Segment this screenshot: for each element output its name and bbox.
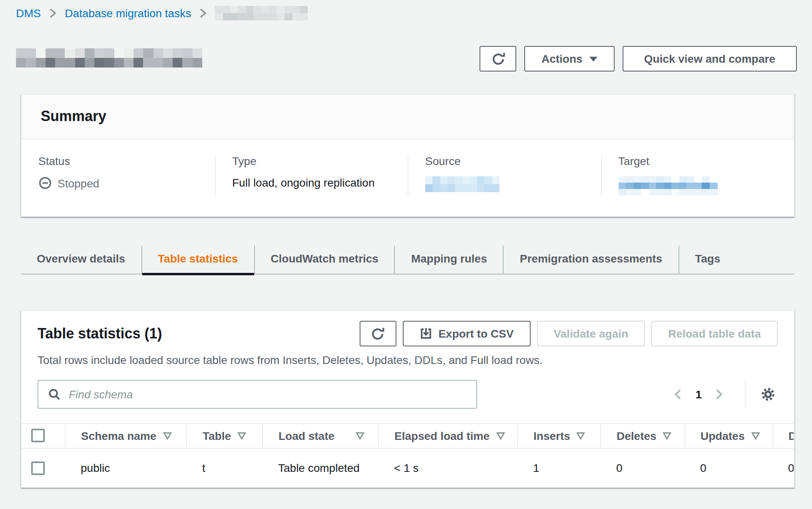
column-header-deletes[interactable]: Deletes <box>600 424 684 448</box>
tab-premigration-assessments[interactable]: Premigration assessments <box>503 246 678 274</box>
tab-bar: Overview details Table statistics CloudW… <box>21 246 794 274</box>
row-checkbox-cell <box>22 448 65 487</box>
page-title-redacted <box>16 48 202 68</box>
select-all-checkbox[interactable] <box>31 429 45 442</box>
column-label: Load state <box>279 429 334 442</box>
sort-icon <box>355 431 364 439</box>
sort-icon <box>577 431 585 439</box>
summary-body: Status Stopped Type Full load, ongoing r… <box>22 139 794 216</box>
actions-button[interactable]: Actions <box>525 46 615 72</box>
breadcrumb-current-redacted <box>215 6 308 20</box>
summary-status-column: Status Stopped <box>22 155 215 195</box>
cell-inserts: 1 <box>517 448 600 487</box>
page-header: Actions Quick view and compare <box>16 34 797 72</box>
export-to-csv-label: Export to CSV <box>438 327 513 340</box>
table-header-row: Schema name Table Load state <box>22 424 794 448</box>
table-statistics-description: Total rows include loaded source table r… <box>38 354 778 366</box>
column-header-inserts[interactable]: Inserts <box>517 424 600 448</box>
summary-type-column: Type Full load, ongoing replication <box>215 155 408 195</box>
table-statistics-card: Table statistics (1) Export to CSV Valid… <box>21 310 794 488</box>
column-header-schema-name[interactable]: Schema name <box>65 424 186 448</box>
table-statistics-actions: Export to CSV Validate again Reload tabl… <box>359 321 778 346</box>
summary-title: Summary <box>41 108 774 125</box>
validate-again-button[interactable]: Validate again <box>537 321 645 346</box>
column-label: Table <box>203 429 231 442</box>
chevron-right-icon <box>49 8 57 18</box>
chevron-left-icon <box>673 388 683 401</box>
tab-overview-details[interactable]: Overview details <box>21 246 141 274</box>
column-label: Schema name <box>81 429 156 442</box>
column-header-updates[interactable]: Updates <box>684 424 772 448</box>
gear-icon <box>760 386 776 402</box>
select-all-checkbox-cell <box>22 424 65 448</box>
column-header-load-state[interactable]: Load state <box>262 424 378 448</box>
cell-updates: 0 <box>684 448 772 487</box>
tab-cloudwatch-metrics[interactable]: CloudWatch metrics <box>254 246 394 274</box>
reload-table-data-button[interactable]: Reload table data <box>651 321 778 346</box>
breadcrumb: DMS Database migration tasks <box>16 6 796 20</box>
status-label: Status <box>38 155 215 167</box>
tab-table-statistics[interactable]: Table statistics <box>141 246 254 274</box>
cell-elapsed-load-time: < 1 s <box>378 448 517 487</box>
stopped-minus-circle-icon <box>38 176 52 190</box>
sort-icon <box>163 431 171 439</box>
column-header-table[interactable]: Table <box>186 424 262 448</box>
chevron-right-icon <box>199 8 207 18</box>
tab-mapping-rules[interactable]: Mapping rules <box>394 246 503 274</box>
column-label: DDLs <box>788 429 794 442</box>
refresh-button[interactable] <box>480 46 517 72</box>
pagination-divider <box>745 380 746 409</box>
target-label: Target <box>618 155 794 167</box>
sort-icon <box>496 431 505 439</box>
refresh-icon <box>492 52 505 66</box>
table-statistics-table: Schema name Table Load state <box>22 423 794 487</box>
table-statistics-title: Table statistics (1) <box>38 325 162 342</box>
export-to-csv-button[interactable]: Export to CSV <box>402 321 530 346</box>
table-statistics-header: Table statistics (1) Export to CSV Valid… <box>22 311 794 346</box>
quick-view-and-compare-button[interactable]: Quick view and compare <box>623 46 797 72</box>
next-page-button[interactable] <box>710 388 729 401</box>
cell-schema-name: public <box>65 448 186 487</box>
previous-page-button[interactable] <box>668 388 687 401</box>
breadcrumb-link-tasks[interactable]: Database migration tasks <box>65 7 191 20</box>
page: DMS Database migration tasks Actions <box>0 6 812 509</box>
table-preferences-button[interactable] <box>758 385 778 404</box>
pagination: 1 <box>668 380 778 409</box>
chevron-right-icon <box>714 388 724 401</box>
column-label: Deletes <box>617 429 657 442</box>
summary-source-column: Source <box>408 155 601 195</box>
table-row: public t Table completed < 1 s 1 0 0 0 <box>22 448 794 487</box>
cell-load-state: Table completed <box>262 448 378 487</box>
tab-tags[interactable]: Tags <box>678 246 736 274</box>
column-label: Elapsed load time <box>394 429 490 442</box>
column-header-ddls[interactable]: DDLs <box>772 424 794 448</box>
row-checkbox[interactable] <box>31 461 45 475</box>
actions-button-label: Actions <box>541 52 583 65</box>
cell-ddls: 0 <box>772 448 794 487</box>
source-label: Source <box>425 155 601 167</box>
source-value-redacted[interactable] <box>425 176 500 192</box>
filter-row: 1 <box>38 380 778 409</box>
sort-icon <box>663 431 672 439</box>
table-refresh-button[interactable] <box>359 321 396 346</box>
sort-icon <box>237 431 246 439</box>
caret-down-icon <box>589 56 598 62</box>
breadcrumb-link-dms[interactable]: DMS <box>16 7 41 20</box>
status-text: Stopped <box>58 177 99 189</box>
search-icon <box>48 388 61 401</box>
column-label: Updates <box>701 429 744 442</box>
column-label: Inserts <box>533 429 570 442</box>
find-schema-input[interactable] <box>38 380 477 409</box>
summary-card: Summary Status Stopped Type Full load, o… <box>21 94 794 217</box>
header-actions: Actions Quick view and compare <box>480 46 797 72</box>
summary-target-column: Target <box>601 155 794 195</box>
summary-card-header: Summary <box>22 95 794 139</box>
type-value: Full load, ongoing replication <box>232 176 408 189</box>
cell-table: t <box>186 448 262 487</box>
search-box <box>38 380 477 409</box>
sort-icon <box>751 431 760 439</box>
refresh-icon <box>371 327 384 340</box>
target-value-redacted[interactable] <box>618 176 717 195</box>
column-header-elapsed-load-time[interactable]: Elapsed load time <box>378 424 517 448</box>
table-wrap: Schema name Table Load state <box>22 423 794 487</box>
